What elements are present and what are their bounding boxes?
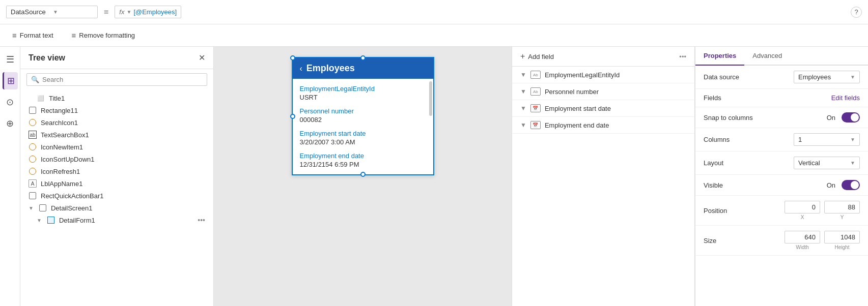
layers-icon[interactable]: ⊞ [3, 72, 18, 89]
controls-icon[interactable]: ⊕ [3, 115, 17, 132]
x-label: X [801, 215, 804, 220]
resize-handle-bottommid[interactable] [360, 172, 366, 177]
datasource-select[interactable]: DataSource ▼ [6, 6, 98, 18]
snap-toggle[interactable] [842, 112, 860, 123]
search-input[interactable] [42, 76, 203, 83]
prop-value-snap: On [765, 112, 860, 123]
field-row-2[interactable]: ▼ 📅 Employment start date [512, 100, 694, 117]
database-icon[interactable]: ⊙ [3, 94, 17, 111]
tab-properties[interactable]: Properties [695, 47, 744, 66]
field-row-1[interactable]: ▼ Ab Personnel number [512, 83, 694, 100]
width-label: Width [796, 244, 809, 250]
sidebar-item-iconnewitem1[interactable]: IconNewItem1 [20, 141, 213, 153]
field-chevron-icon: ▼ [520, 105, 526, 112]
sidebar-item-detailform1[interactable]: ▼ DetailForm1 ••• [20, 214, 213, 226]
sidebar-item-label: IconNewItem1 [41, 143, 83, 151]
help-icon[interactable]: ? [851, 7, 862, 18]
back-arrow-icon[interactable]: ‹ [300, 64, 302, 73]
field-type-text-icon: Ab [530, 87, 541, 96]
sidebar-item-textsearchbox1[interactable]: ab TextSearchBox1 [20, 129, 213, 141]
field-chevron-icon: ▼ [520, 88, 526, 95]
visible-toggle[interactable] [842, 180, 860, 190]
props-tabs: Properties Advanced [695, 47, 868, 66]
resize-handle-topleft[interactable] [290, 55, 295, 60]
tab-advanced[interactable]: Advanced [744, 47, 790, 66]
fx-area[interactable]: fx ▼ [@Employees] [115, 6, 181, 18]
field-row-3[interactable]: ▼ 📅 Employment end date [512, 117, 694, 134]
fields-panel: + Add field ••• ▼ Ab EmploymentLegalEnti… [512, 47, 695, 306]
add-field-button[interactable]: + Add field [520, 52, 554, 61]
fields-more-icon[interactable]: ••• [679, 53, 686, 60]
prop-label-snap: Snap to columns [704, 114, 765, 121]
field-label-0: EmploymentLegalEntityId [300, 85, 426, 93]
field-name-1: Personnel number [545, 88, 599, 96]
size-width-input[interactable] [785, 231, 820, 243]
resize-handle-midleft[interactable] [290, 114, 295, 119]
prop-label-position: Position [704, 207, 765, 215]
prop-row-position: Position X Y [695, 196, 868, 226]
sidebar-item-label: TextSearchBox1 [41, 131, 89, 139]
prop-row-size: Size Width Height [695, 226, 868, 256]
visible-on-label: On [827, 181, 835, 189]
prop-row-layout: Layout Vertical ▼ [695, 151, 868, 175]
remove-formatting-button[interactable]: ≡ Remove formatting [68, 29, 139, 42]
format-text-button[interactable]: ≡ Format text [8, 29, 58, 42]
search-icon: 🔍 [31, 76, 39, 83]
remove-formatting-label: Remove formatting [79, 32, 135, 39]
prop-row-columns: Columns 1 ▼ [695, 128, 868, 151]
sidebar-item-title1[interactable]: ⬜ Title1 [20, 92, 213, 104]
main-content: ☰ ⊞ ⊙ ⊕ Tree view ✕ 🔍 ⬜ Title1 Rectangle… [0, 47, 868, 306]
prop-value-layout: Vertical ▼ [765, 157, 860, 169]
sidebar-item-label: IconRefresh1 [41, 168, 80, 175]
form-icon [47, 216, 55, 224]
sidebar-item-detailscreen1[interactable]: ▼ DetailScreen1 [20, 202, 213, 214]
fields-header: + Add field ••• [512, 47, 694, 67]
sidebar-item-iconsortupdown1[interactable]: IconSortUpDown1 [20, 153, 213, 165]
format-text-label: Format text [20, 32, 53, 39]
edit-fields-link[interactable]: Edit fields [831, 94, 860, 102]
sidebar-item-rectangle11[interactable]: Rectangle11 [20, 104, 213, 116]
close-icon[interactable]: ✕ [199, 53, 205, 63]
sidebar-header: Tree view ✕ [20, 47, 213, 69]
prop-label-fields: Fields [704, 94, 765, 102]
field-row-0[interactable]: ▼ Ab EmploymentLegalEntityId [512, 67, 694, 83]
item-more-menu-icon[interactable]: ••• [198, 216, 205, 224]
field-value-2: 3/20/2007 3:00 AM [300, 138, 426, 146]
sidebar-item-rectquickactionbar1[interactable]: RectQuickActionBar1 [20, 190, 213, 202]
prop-row-fields: Fields Edit fields [695, 89, 868, 107]
card-body: EmploymentLegalEntityId USRT Personnel n… [293, 79, 433, 174]
sidebar-item-lblappname1[interactable]: A LblAppName1 [20, 177, 213, 190]
search-component-icon [29, 118, 37, 127]
field-type-datetime-icon: 📅 [530, 104, 541, 112]
scrollbar[interactable] [429, 81, 432, 116]
search-box[interactable]: 🔍 [26, 73, 207, 86]
equals-sign: = [102, 8, 110, 17]
datasource-dropdown[interactable]: Employees ▼ [794, 71, 860, 83]
prop-label-columns: Columns [704, 136, 765, 143]
canvas-area[interactable]: ‹ Employees EmploymentLegalEntityId USRT… [214, 47, 512, 306]
sidebar-item-label: IconSortUpDown1 [41, 156, 95, 163]
detail-form-card[interactable]: ‹ Employees EmploymentLegalEntityId USRT… [292, 57, 434, 175]
prop-label-size: Size [704, 237, 765, 244]
text-icon: ⬜ [37, 94, 45, 102]
format-text-icon: ≡ [12, 31, 17, 40]
chevron-down-icon: ▼ [850, 137, 855, 142]
field-name-2: Employment start date [545, 105, 611, 112]
hamburger-menu-icon[interactable]: ☰ [3, 51, 17, 68]
sidebar-item-searchicon1[interactable]: SearchIcon1 [20, 116, 213, 129]
top-bar: DataSource ▼ = fx ▼ [@Employees] ? [0, 0, 868, 24]
chevron-down-icon: ▼ [29, 205, 34, 211]
columns-dropdown[interactable]: 1 ▼ [794, 133, 860, 146]
position-y-pair: Y [824, 201, 860, 220]
size-height-input[interactable] [824, 231, 860, 243]
prop-value-datasource: Employees ▼ [765, 71, 860, 83]
position-y-input[interactable] [824, 201, 860, 213]
field-value-1: 000082 [300, 116, 426, 124]
field-name-3: Employment end date [545, 121, 609, 129]
resize-handle-topmid[interactable] [360, 55, 366, 60]
prop-row-datasource: Data source Employees ▼ [695, 66, 868, 89]
sidebar-item-iconrefresh1[interactable]: IconRefresh1 [20, 165, 213, 177]
position-x-input[interactable] [785, 201, 820, 213]
layout-dropdown[interactable]: Vertical ▼ [794, 157, 860, 169]
sidebar-item-label: DetailScreen1 [51, 204, 93, 212]
